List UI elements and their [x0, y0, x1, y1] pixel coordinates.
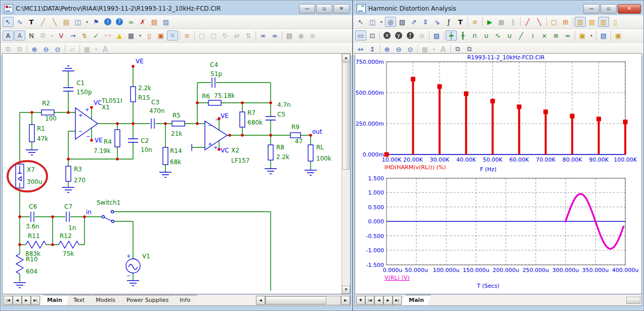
formula-tool-icon[interactable]: ƒ: [443, 17, 454, 27]
ruler-button-icon[interactable]: ⊞: [560, 17, 571, 27]
pin-connections-toggle-icon[interactable]: ◦◦: [102, 30, 113, 41]
tab-models[interactable]: Models: [89, 295, 122, 305]
properties-button-icon[interactable]: ≡: [469, 17, 481, 27]
global-high-button-icon[interactable]: ≋: [550, 30, 562, 41]
page-border-toggle-icon[interactable]: ▯: [144, 30, 155, 41]
powers-toggle-icon[interactable]: ↯: [79, 30, 90, 41]
properties-button-icon[interactable]: ≡: [182, 30, 193, 41]
attribute-text-toggle-icon[interactable]: A: [3, 30, 14, 41]
link-tool-icon[interactable]: ∞: [125, 17, 137, 27]
point-tag-tool-icon[interactable]: ⇘: [432, 17, 443, 27]
go-to-y-button-icon[interactable]: y: [393, 30, 404, 41]
notepad-button-icon[interactable]: ▤: [284, 30, 295, 41]
next-point-button-icon[interactable]: ╂: [457, 30, 468, 41]
tab-nav-button-2[interactable]: ▶: [22, 296, 31, 305]
scroll-right-button[interactable]: ▶: [341, 296, 350, 305]
fit-y-button-icon[interactable]: ↕: [367, 44, 378, 54]
go-to-performance-button-icon[interactable]: ƒ: [405, 30, 416, 41]
vertical-tag-tool-icon[interactable]: ⇕: [420, 17, 431, 27]
panel-separate-button-icon[interactable]: ▯: [610, 17, 621, 27]
info-tool-icon[interactable]: i: [102, 17, 113, 27]
scroll-thumb[interactable]: [266, 296, 326, 304]
zoom-in-button-icon[interactable]: ⊕: [29, 44, 40, 54]
data-points-button-icon[interactable]: ▢: [548, 17, 560, 27]
positive-slope-button-icon[interactable]: ╱: [522, 17, 533, 27]
tab-nav-button-1[interactable]: ◀: [13, 296, 22, 305]
zoom-out-button-icon[interactable]: ⊖: [40, 44, 52, 54]
global-low-button-icon[interactable]: ≈: [562, 30, 573, 41]
wire-mode-tool-icon[interactable]: ∿: [14, 17, 25, 27]
close-button[interactable]: ✕: [333, 4, 350, 14]
diagonal-wire-tool-icon[interactable]: ╱: [37, 17, 49, 27]
text-tool-icon[interactable]: T: [455, 17, 466, 27]
wire-text-toggle-icon[interactable]: A: [14, 30, 25, 41]
shapes-dropdown-icon[interactable]: ▾: [84, 17, 90, 27]
title-block-toggle-icon[interactable]: ▣: [155, 30, 166, 41]
zoom-100-button-icon[interactable]: ⊙: [52, 44, 63, 54]
grid-dropdown-icon[interactable]: ▾: [137, 30, 143, 41]
panel-stack-button-icon[interactable]: ▥: [575, 17, 586, 27]
select-tool-icon[interactable]: ↖: [3, 17, 14, 27]
zoom-in-button-icon[interactable]: ⊕: [381, 44, 393, 54]
currents-toggle-icon[interactable]: →: [67, 30, 78, 41]
tab-nav-button-3[interactable]: ▶|: [31, 296, 40, 305]
one-curve-button-icon[interactable]: ▭: [355, 30, 366, 41]
tab-nav-button-0[interactable]: |◀: [4, 296, 13, 305]
minimize-button[interactable]: —: [583, 4, 599, 14]
tab-main[interactable]: Main: [402, 295, 431, 305]
plot-canvas[interactable]: R1993-11-2_10kHz-FCD.CIR750.000m500.000m…: [355, 53, 642, 294]
select-tool-icon[interactable]: ↖: [355, 17, 366, 27]
analysis-plots[interactable]: R1993-11-2_10kHz-FCD.CIR750.000m500.000m…: [355, 54, 642, 292]
zoom-100-button-icon[interactable]: ⊙: [405, 44, 416, 54]
grid-toggle-icon[interactable]: ▦: [125, 30, 137, 41]
schematic-drawing[interactable]: C1150pR2100R147kVC+TL051IX1−VEVE2.2kR15C…: [3, 54, 344, 292]
maximize-button[interactable]: ▫: [600, 4, 617, 14]
close-button[interactable]: ✕: [618, 4, 641, 14]
shapes-tool-icon[interactable]: ◫: [72, 17, 83, 27]
resize-handle[interactable]: [626, 297, 640, 304]
panel-horizontal-button-icon[interactable]: ▤: [586, 17, 597, 27]
find-component-button-icon[interactable]: ∞: [257, 30, 269, 41]
peak-button-icon[interactable]: ∩: [469, 30, 480, 41]
scroll-track[interactable]: [265, 296, 341, 305]
tab-info[interactable]: Info: [173, 295, 197, 305]
negative-slope-button-icon[interactable]: ╲: [534, 17, 545, 27]
scroll-thumb[interactable]: [342, 62, 350, 170]
scroll-up-button[interactable]: ▲: [342, 54, 350, 62]
scroll-left-button[interactable]: ◀: [256, 296, 265, 305]
cursor-grid-button-icon[interactable]: ⊡: [367, 30, 378, 41]
help-tool-icon[interactable]: ?: [114, 17, 125, 27]
schematic-vertical-scrollbar[interactable]: ▲ ▼: [341, 54, 350, 294]
node-numbers-toggle-icon[interactable]: N: [26, 30, 37, 41]
region-enable-tool-icon[interactable]: ✗: [137, 17, 148, 27]
tab-nav-button-1[interactable]: |◀: [365, 296, 374, 305]
find-text-button-icon[interactable]: ∞: [269, 30, 280, 41]
minimize-button[interactable]: —: [299, 4, 315, 14]
waveform-buffer-button-icon[interactable]: ▨: [431, 30, 442, 41]
schematic-canvas[interactable]: C1150pR2100R147kVC+TL051IX1−VEVE2.2kR15C…: [2, 53, 351, 294]
analysis-limits-tool-icon[interactable]: ▤: [149, 17, 160, 27]
device-warnings-toggle-icon[interactable]: ▲: [114, 30, 125, 41]
tab-text[interactable]: Text: [66, 295, 92, 305]
node-voltages-toggle-icon[interactable]: V: [56, 30, 67, 41]
tab-main[interactable]: Main: [40, 295, 69, 305]
tab-nav-button-3[interactable]: ▶: [383, 296, 393, 305]
cursor-mode-button-icon[interactable]: ┿: [446, 30, 457, 41]
x-level-button-icon[interactable]: ×: [539, 30, 550, 41]
text-tool-icon[interactable]: T: [26, 17, 37, 27]
scale-mode-tool-icon[interactable]: ⇗: [408, 17, 419, 27]
border-select-toggle-icon[interactable]: ⌗: [167, 30, 178, 41]
stepping-tool-icon[interactable]: ▨: [160, 17, 171, 27]
valley-button-icon[interactable]: ∪: [481, 30, 492, 41]
scroll-down-button[interactable]: ▼: [342, 286, 350, 294]
line-tool-icon[interactable]: ╲: [49, 17, 60, 27]
shapes-dropdown-icon[interactable]: ▾: [378, 17, 384, 27]
low-button-icon[interactable]: ∪: [504, 30, 515, 41]
run-button-icon[interactable]: ▶: [484, 17, 495, 27]
zoom-out-button-icon[interactable]: ⊖: [393, 44, 404, 54]
flag-tool-icon[interactable]: ⚑: [91, 17, 102, 27]
fit-x-button-icon[interactable]: ↔: [355, 44, 366, 54]
conditions-toggle-icon[interactable]: ✓: [91, 30, 102, 41]
copy-waveform-button-icon[interactable]: ▣: [577, 30, 588, 41]
copy-dropdown-icon[interactable]: ▾: [588, 30, 594, 41]
